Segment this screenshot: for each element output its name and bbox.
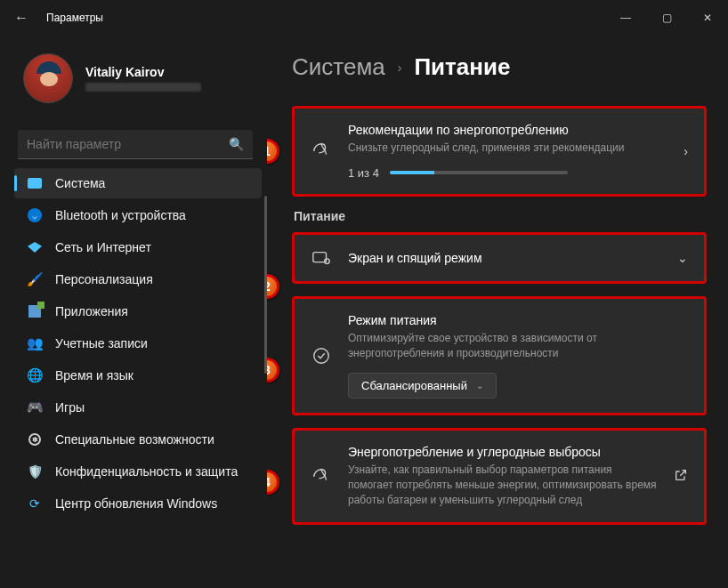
- screen-sleep-icon: [311, 247, 332, 269]
- window-title: Параметры: [46, 12, 103, 24]
- gaming-icon: 🎮: [27, 399, 43, 415]
- chevron-right-icon: ›: [398, 60, 402, 75]
- minimize-button[interactable]: —: [605, 0, 646, 36]
- nav-list: Система ⌵ Bluetooth и устройства Сеть и …: [14, 168, 262, 519]
- system-buttons: — ▢ ✕: [605, 0, 728, 36]
- system-icon: [27, 175, 43, 191]
- annotation-badge-4: 4: [267, 470, 279, 495]
- sidebar: Vitaliy Kairov 🔍 Система ⌵ Bluetooth и у…: [0, 36, 267, 588]
- breadcrumb-parent[interactable]: Система: [292, 53, 385, 81]
- sidebar-item-accounts[interactable]: 👥 Учетные записи: [14, 328, 262, 358]
- user-name: Vitaliy Kairov: [85, 65, 201, 79]
- card-sub: Узнайте, как правильный выбор параметров…: [348, 463, 658, 507]
- sidebar-item-label: Центр обновления Windows: [55, 496, 217, 511]
- breadcrumb: Система › Питание: [292, 53, 707, 81]
- card-title: Экран и спящий режим: [348, 251, 661, 265]
- sidebar-item-accessibility[interactable]: ✽ Специальные возможности: [14, 424, 262, 455]
- sidebar-item-gaming[interactable]: 🎮 Игры: [14, 392, 262, 423]
- search-input[interactable]: [18, 130, 253, 159]
- bluetooth-icon: ⌵: [27, 207, 43, 223]
- sidebar-item-label: Специальные возможности: [55, 432, 214, 447]
- main-panel: Система › Питание 1 Рекомендации по энер…: [267, 36, 728, 588]
- sidebar-item-apps[interactable]: Приложения: [14, 296, 262, 326]
- sidebar-item-privacy[interactable]: 🛡️ Конфиденциальность и защита: [14, 456, 262, 487]
- card-screen-sleep[interactable]: Экран и спящий режим ⌄: [292, 232, 707, 284]
- content-area: Vitaliy Kairov 🔍 Система ⌵ Bluetooth и у…: [0, 36, 728, 588]
- open-external-icon: [674, 468, 688, 485]
- progress-fill: [390, 171, 434, 174]
- card-energy-recommendations[interactable]: Рекомендации по энергопотреблению Снизьт…: [292, 106, 707, 197]
- section-heading-power: Питание: [294, 209, 707, 223]
- time-icon: 🌐: [27, 367, 43, 383]
- sidebar-item-time[interactable]: 🌐 Время и язык: [14, 360, 262, 391]
- sidebar-item-label: Система: [55, 176, 105, 190]
- energy-carbon-icon: [311, 466, 332, 487]
- progress-label: 1 из 4: [348, 166, 379, 180]
- back-button[interactable]: ←: [14, 10, 28, 26]
- annotation-badge-3: 3: [267, 358, 279, 383]
- sidebar-item-network[interactable]: Сеть и Интернет: [14, 232, 262, 262]
- sidebar-item-update[interactable]: ⟳ Центр обновления Windows: [14, 488, 262, 519]
- brush-icon: 🖌️: [27, 271, 43, 287]
- sidebar-item-system[interactable]: Система: [14, 168, 262, 198]
- sidebar-item-label: Приложения: [55, 304, 128, 318]
- wifi-icon: [27, 239, 43, 255]
- accessibility-icon: ✽: [27, 431, 43, 447]
- sidebar-item-label: Время и язык: [55, 368, 133, 383]
- card-energy-carbon[interactable]: Энергопотребление и углеродные выбросы У…: [292, 428, 707, 524]
- sidebar-item-label: Игры: [55, 400, 85, 415]
- card-title: Режим питания: [348, 313, 688, 327]
- power-mode-icon: [311, 345, 332, 366]
- card-title: Рекомендации по энергопотреблению: [348, 123, 667, 137]
- sidebar-item-personalization[interactable]: 🖌️ Персонализация: [14, 264, 262, 294]
- settings-window: ← Параметры — ▢ ✕ Vitaliy Kairov 🔍: [0, 0, 728, 588]
- user-block[interactable]: Vitaliy Kairov: [14, 36, 262, 117]
- avatar: [23, 53, 73, 103]
- search-icon: 🔍: [229, 137, 244, 151]
- user-email: [85, 83, 201, 92]
- maximize-button[interactable]: ▢: [646, 0, 687, 36]
- progress-bar: [390, 171, 568, 174]
- page-title: Питание: [414, 53, 510, 81]
- svg-point-2: [314, 349, 329, 364]
- chevron-down-icon: ⌄: [476, 381, 483, 391]
- annotation-badge-2: 2: [267, 274, 279, 299]
- close-button[interactable]: ✕: [687, 0, 728, 36]
- card-power-mode: Режим питания Оптимизируйте свое устройс…: [292, 296, 707, 416]
- accounts-icon: 👥: [27, 335, 43, 351]
- sidebar-item-bluetooth[interactable]: ⌵ Bluetooth и устройства: [14, 200, 262, 230]
- card-title: Энергопотребление и углеродные выбросы: [348, 445, 658, 459]
- leaf-power-icon: [311, 141, 332, 162]
- sidebar-item-label: Учетные записи: [55, 336, 148, 350]
- sidebar-item-label: Конфиденциальность и защита: [55, 464, 238, 479]
- search-block: 🔍: [18, 130, 253, 159]
- apps-icon: [27, 303, 43, 319]
- card-sub: Снизьте углеродный след, применяя эти ре…: [348, 141, 667, 156]
- card-sub: Оптимизируйте свое устройство в зависимо…: [348, 331, 688, 361]
- chevron-down-icon: ⌄: [677, 251, 688, 265]
- sidebar-item-label: Bluetooth и устройства: [55, 208, 186, 222]
- chevron-right-icon: ›: [684, 144, 688, 158]
- power-mode-dropdown[interactable]: Сбалансированный ⌄: [348, 373, 497, 399]
- sidebar-item-label: Персонализация: [55, 272, 153, 286]
- update-icon: ⟳: [27, 495, 43, 511]
- titlebar: ← Параметры — ▢ ✕: [0, 0, 728, 36]
- shield-icon: 🛡️: [27, 463, 43, 479]
- annotation-badge-1: 1: [267, 139, 279, 164]
- dropdown-value: Сбалансированный: [361, 379, 467, 392]
- sidebar-item-label: Сеть и Интернет: [55, 240, 151, 254]
